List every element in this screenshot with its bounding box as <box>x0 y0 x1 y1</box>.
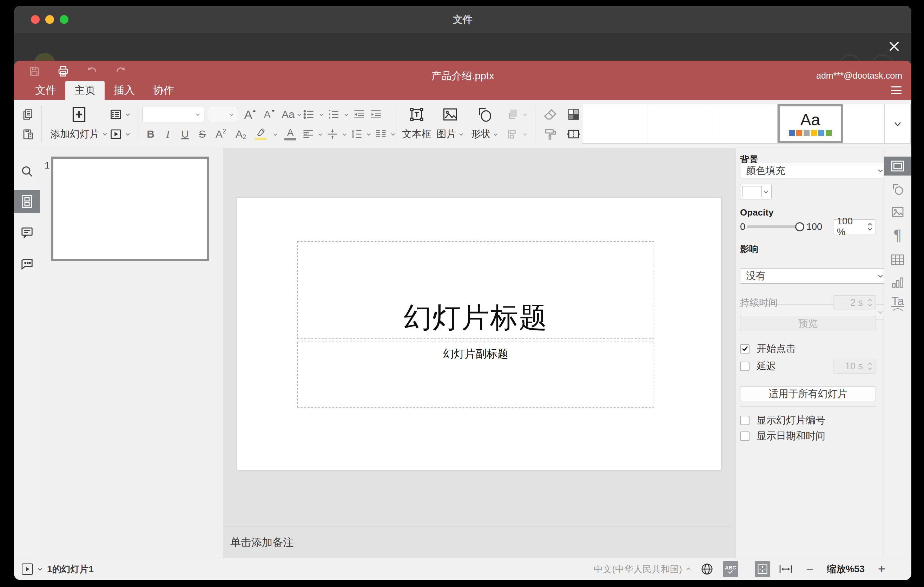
arrange-icon[interactable] <box>503 106 531 124</box>
font-size-combo[interactable] <box>208 107 238 122</box>
opacity-slider[interactable] <box>747 225 799 228</box>
columns-chevron-icon[interactable] <box>390 132 396 137</box>
save-icon[interactable] <box>28 65 41 77</box>
effect-select[interactable]: 没有 <box>740 268 888 284</box>
tab-collaboration[interactable]: 协作 <box>144 81 183 100</box>
delay-checkbox[interactable] <box>740 362 749 371</box>
bullets-icon[interactable] <box>303 108 315 121</box>
shape-icon[interactable] <box>468 106 501 124</box>
numbering-chevron-icon[interactable] <box>344 112 349 117</box>
slide-settings-icon[interactable] <box>884 157 911 176</box>
show-date-time-checkbox[interactable] <box>740 432 749 441</box>
zoom-in-icon[interactable]: + <box>878 563 885 575</box>
delay-spinner[interactable]: 10 s <box>833 359 876 374</box>
subtitle-placeholder[interactable]: 幻灯片副标题 <box>297 341 654 407</box>
shape-settings-icon[interactable] <box>884 180 911 199</box>
chart-settings-icon[interactable] <box>884 274 911 292</box>
text-box-button[interactable]: 文本框 <box>401 125 432 143</box>
font-increase-icon[interactable]: A <box>241 108 257 122</box>
show-slide-number-checkbox[interactable] <box>740 416 749 425</box>
globe-icon[interactable] <box>700 562 714 576</box>
valign-chevron-icon[interactable] <box>342 132 347 137</box>
paste-button[interactable] <box>20 125 36 143</box>
italic-icon[interactable]: I <box>162 128 174 140</box>
outdent-icon[interactable] <box>353 108 366 121</box>
paragraph-settings-icon[interactable]: ¶ <box>884 226 911 244</box>
maximize-traffic-light-icon[interactable] <box>60 15 68 24</box>
textart-settings-icon[interactable]: Ta <box>884 294 911 312</box>
slides-panel-tab-icon[interactable] <box>14 190 40 213</box>
apply-to-all-button[interactable]: 适用于所有幻灯片 <box>740 386 876 401</box>
search-icon[interactable] <box>14 162 40 180</box>
underline-icon[interactable]: U <box>179 128 191 140</box>
print-icon[interactable] <box>57 65 69 77</box>
image-icon[interactable] <box>434 106 466 124</box>
highlight-icon[interactable] <box>254 128 267 140</box>
theme-thumbnail[interactable] <box>582 104 647 143</box>
valign-icon[interactable] <box>326 128 339 140</box>
image-settings-icon[interactable] <box>884 203 911 221</box>
close-traffic-light-icon[interactable] <box>31 15 40 24</box>
tab-file[interactable]: 文件 <box>26 81 65 100</box>
close-icon[interactable] <box>886 38 902 54</box>
font-color-icon[interactable]: A <box>283 128 297 140</box>
opacity-value-spinner[interactable]: 100 % <box>833 219 876 234</box>
slide-layout-button[interactable] <box>106 106 134 124</box>
chat-icon[interactable] <box>14 254 40 274</box>
title-placeholder[interactable]: 幻灯片标题 <box>297 241 654 339</box>
line-spacing-chevron-icon[interactable] <box>366 132 371 137</box>
superscript-icon[interactable]: A2 <box>213 128 228 140</box>
play-icon[interactable] <box>22 564 33 575</box>
duration-spinner[interactable]: 2 s <box>833 295 876 310</box>
tab-insert[interactable]: 插入 <box>105 81 144 100</box>
undo-icon[interactable] <box>86 65 98 77</box>
align-icon[interactable] <box>302 128 315 140</box>
start-on-click-checkbox[interactable] <box>740 344 749 353</box>
strikethrough-icon[interactable]: S <box>196 128 208 140</box>
table-settings-icon[interactable] <box>884 251 911 269</box>
fit-width-icon[interactable] <box>779 564 793 575</box>
preview-button[interactable]: 预览 <box>740 316 876 331</box>
slideshow-button[interactable] <box>106 125 134 143</box>
shape-button[interactable]: 形状 <box>468 125 501 143</box>
comments-icon[interactable] <box>14 223 40 242</box>
slide-thumbnail[interactable] <box>51 157 209 261</box>
opacity-slider-knob[interactable] <box>795 222 804 231</box>
gallery-expand-icon[interactable] <box>885 104 910 143</box>
columns-icon[interactable] <box>375 128 387 140</box>
eraser-icon[interactable] <box>540 106 561 124</box>
language-selector[interactable]: 中文(中华人民共和国) <box>594 563 682 575</box>
fill-type-select[interactable]: 颜色填充 <box>740 163 888 178</box>
align-chevron-icon[interactable] <box>318 132 323 137</box>
theme-thumbnail[interactable] <box>647 104 712 143</box>
font-name-combo[interactable] <box>142 107 204 122</box>
theme-thumbnail-selected[interactable]: Aa <box>777 104 843 143</box>
add-slide-button[interactable]: 添加幻灯片 <box>49 125 109 143</box>
notes-area[interactable]: 单击添加备注 <box>223 527 735 558</box>
language-caret-icon[interactable] <box>686 566 691 572</box>
fit-slide-icon[interactable] <box>755 561 770 577</box>
paint-roller-icon[interactable] <box>540 125 561 143</box>
shape-align-icon[interactable] <box>503 125 531 143</box>
font-decrease-icon[interactable]: A <box>261 109 276 120</box>
fill-color-swatch[interactable] <box>740 184 772 200</box>
bullets-chevron-icon[interactable] <box>319 112 324 117</box>
minimize-traffic-light-icon[interactable] <box>45 15 54 24</box>
bold-icon[interactable]: B <box>145 128 157 140</box>
line-spacing-icon[interactable] <box>350 128 363 140</box>
theme-thumbnail[interactable] <box>843 104 885 143</box>
highlight-chevron-icon[interactable] <box>273 132 278 137</box>
numbering-icon[interactable] <box>328 108 340 121</box>
add-slide-icon[interactable] <box>49 106 109 124</box>
slide-canvas[interactable]: 幻灯片标题 幻灯片副标题 <box>237 197 721 470</box>
copy-button[interactable] <box>20 106 36 124</box>
tab-home[interactable]: 主页 <box>65 81 105 100</box>
subscript-icon[interactable]: A2 <box>233 128 248 140</box>
theme-thumbnail[interactable] <box>712 104 777 143</box>
spellcheck-icon[interactable]: ABC <box>723 561 738 577</box>
indent-icon[interactable] <box>369 108 383 121</box>
play-chevron-icon[interactable] <box>37 566 43 572</box>
menu-icon[interactable] <box>891 86 901 94</box>
redo-icon[interactable] <box>114 65 127 77</box>
zoom-out-icon[interactable]: − <box>806 563 813 575</box>
